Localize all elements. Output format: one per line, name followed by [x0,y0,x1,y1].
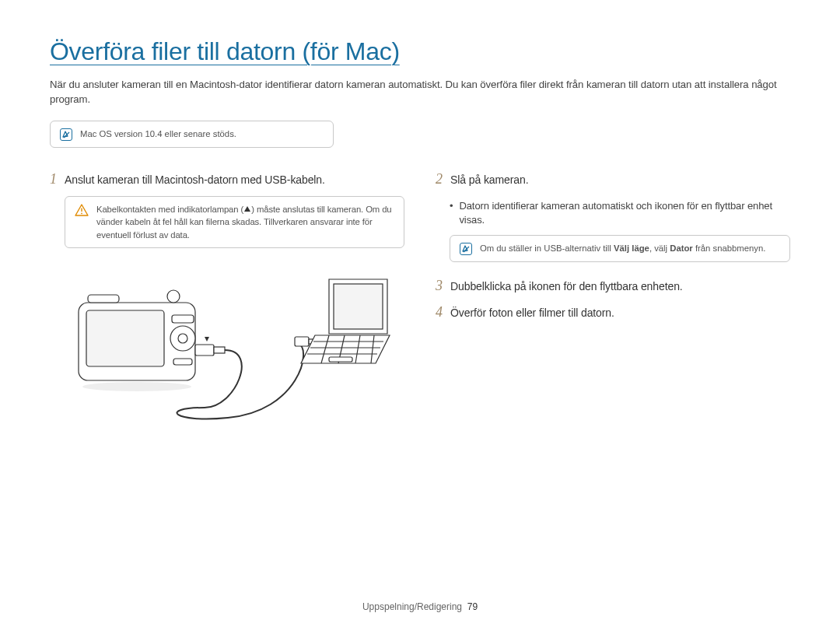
note-bold-2: Dator [670,243,693,253]
svg-rect-25 [329,357,352,362]
step-number: 4 [436,304,443,321]
step-3-text: Dubbelklicka på ikonen för den flyttbara… [450,279,790,295]
svg-point-6 [178,334,187,343]
svg-rect-8 [173,359,192,365]
step-1: 1 Anslut kameran till Macintosh-datorn m… [50,173,404,427]
content-columns: 1 Anslut kameran till Macintosh-datorn m… [50,173,790,438]
svg-marker-14 [205,337,209,342]
usb-option-text: Om du ställer in USB-alternativ till Väl… [480,242,765,254]
note-pre: Om du ställer in USB-alternativ till [480,243,614,253]
step-2-bullet-text: Datorn identifierar kameran automatiskt … [459,199,790,227]
usb-option-note: Om du ställer in USB-alternativ till Väl… [450,235,790,262]
warn-pre: Kabelkontakten med indikatorlampan ( [96,205,243,214]
cable-warning-text: Kabelkontakten med indikatorlampan () må… [96,203,394,241]
note-mid: , välj [649,243,670,253]
step-number: 1 [50,171,57,427]
svg-point-10 [167,290,180,303]
step-number: 3 [436,278,443,295]
svg-rect-12 [195,345,214,356]
svg-rect-17 [334,284,383,329]
svg-point-11 [82,382,191,391]
intro-paragraph: När du ansluter kameran till en Macintos… [50,77,790,107]
step-3: 3 Dubbelklicka på ikonen för den flyttba… [436,279,790,295]
os-support-note: Mac OS version 10.4 eller senare stöds. [50,121,334,148]
footer-page-number: 79 [467,601,478,612]
svg-rect-15 [295,337,309,346]
note-bold-1: Välj läge [614,243,649,253]
left-column: 1 Anslut kameran till Macintosh-datorn m… [50,173,404,438]
svg-rect-13 [214,347,225,353]
arrow-up-icon [244,206,250,212]
step-2: 2 Slå på kameran. [436,173,790,188]
connection-diagram [65,271,391,427]
step-2-text: Slå på kameran. [450,173,790,188]
svg-rect-9 [88,295,119,303]
warning-icon [75,204,89,219]
page-title: Överföra filer till datorn (för Mac) [50,37,790,66]
info-icon [460,243,472,255]
step-2-bullet: • Datorn identifierar kameran automatisk… [450,199,790,227]
os-support-text: Mac OS version 10.4 eller senare stöds. [80,128,236,140]
step-1-text: Anslut kameran till Macintosh-datorn med… [65,173,404,188]
svg-point-2 [81,212,82,214]
note-post: från snabbmenyn. [693,243,766,253]
bullet-icon: • [450,199,453,227]
svg-rect-7 [172,315,194,323]
footer-section: Uppspelning/Redigering [362,601,462,612]
info-icon [60,128,72,141]
right-column: 2 Slå på kameran. • Datorn identifierar … [436,173,790,438]
page-footer: Uppspelning/Redigering 79 [0,601,840,612]
svg-rect-4 [86,310,164,366]
step-4: 4 Överför foton eller filmer till datorn… [436,306,790,321]
step-number: 2 [436,171,443,188]
cable-warning: Kabelkontakten med indikatorlampan () må… [65,196,404,248]
step-4-text: Överför foton eller filmer till datorn. [450,306,790,321]
